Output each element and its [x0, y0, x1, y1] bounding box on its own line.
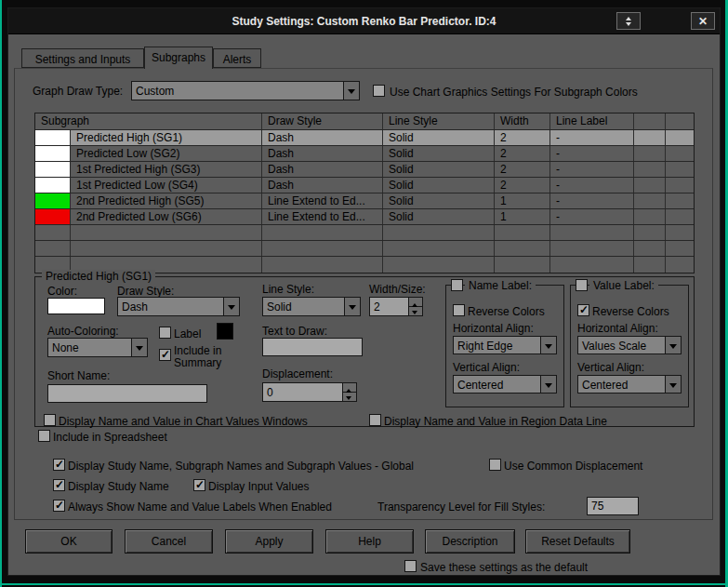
display-global-checkbox[interactable]: [53, 459, 65, 471]
draw-style-cell: Dash: [262, 162, 383, 177]
ok-button[interactable]: OK: [25, 529, 113, 554]
dropdown-arrow-icon[interactable]: [344, 298, 360, 315]
save-default-label[interactable]: Save these settings as the default: [420, 561, 588, 574]
name-label-reverse-colors-label[interactable]: Reverse Colors: [468, 305, 545, 318]
tab-settings-and-inputs[interactable]: Settings and Inputs: [21, 48, 144, 68]
value-label-title[interactable]: Value Label:: [589, 279, 658, 292]
color-swatch[interactable]: [35, 130, 71, 145]
color-swatch[interactable]: [35, 162, 71, 177]
text-to-draw-label: Text to Draw:: [262, 325, 327, 338]
always-show-labels-checkbox[interactable]: [53, 500, 65, 512]
transparency-input[interactable]: [587, 497, 639, 515]
screen: Study Settings: Custom Renko Bar Predict…: [0, 0, 728, 587]
displacement-label: Displacement:: [262, 367, 333, 380]
apply-button[interactable]: Apply: [225, 529, 313, 554]
color-swatch[interactable]: [35, 209, 71, 224]
label-checkbox[interactable]: [159, 327, 171, 339]
value-label-vertical-align-value: Centered: [578, 376, 665, 393]
subgraph-name: Predicted High (SG1): [71, 130, 262, 145]
use-common-displacement-label[interactable]: Use Common Displacement: [504, 460, 642, 473]
display-study-name-label[interactable]: Display Study Name: [68, 480, 169, 493]
name-label-reverse-colors-checkbox[interactable]: [453, 304, 465, 316]
spinner-up-icon[interactable]: [409, 298, 422, 307]
draw-style-select[interactable]: Dash: [117, 297, 240, 316]
include-in-summary-checkbox[interactable]: [159, 349, 171, 361]
table-row-empty[interactable]: [35, 241, 694, 257]
include-in-summary-label[interactable]: Include in Summary: [174, 345, 239, 369]
color-swatch[interactable]: [35, 178, 71, 193]
dropdown-arrow-icon[interactable]: [665, 337, 681, 354]
table-row-empty[interactable]: [35, 225, 694, 241]
value-label-reverse-colors-checkbox[interactable]: [577, 304, 589, 316]
display-in-chart-values-checkbox[interactable]: [44, 414, 56, 426]
line-label-cell: -: [550, 193, 634, 208]
always-show-labels-label[interactable]: Always Show Name and Value Labels When E…: [68, 500, 332, 514]
short-name-input[interactable]: [47, 384, 207, 403]
name-label-vertical-align-select[interactable]: Centered: [453, 375, 557, 394]
table-row-sg1[interactable]: Predicted High (SG1) Dash Solid 2 -: [35, 130, 694, 146]
window-title: Study Settings: Custom Renko Bar Predict…: [8, 15, 720, 28]
tab-alerts[interactable]: Alerts: [213, 48, 261, 68]
display-in-region-data-label[interactable]: Display Name and Value in Region Data Li…: [384, 415, 607, 428]
value-label-vertical-align-select[interactable]: Centered: [577, 375, 682, 394]
cancel-button[interactable]: Cancel: [125, 529, 213, 554]
description-button[interactable]: Description: [425, 529, 515, 554]
line-style-select[interactable]: Solid: [262, 297, 361, 316]
subgraph-color-swatch[interactable]: [47, 298, 105, 314]
tab-subgraphs[interactable]: Subgraphs: [144, 47, 213, 69]
display-in-region-data-checkbox[interactable]: [369, 414, 381, 426]
save-default-checkbox[interactable]: [404, 560, 417, 572]
close-icon: ✕: [698, 15, 708, 28]
value-label-horizontal-align-select[interactable]: Values Scale: [577, 336, 682, 354]
table-row-sg6[interactable]: 2nd Predicted Low (SG6) Line Extend to E…: [35, 209, 694, 225]
spinner-down-icon[interactable]: [409, 307, 422, 315]
width-cell: 1: [495, 209, 550, 224]
subgraph-name: 1st Predicted High (SG3): [71, 162, 262, 177]
line-style-cell: Solid: [383, 193, 495, 208]
column-header-subgraph: Subgraph: [35, 113, 262, 129]
dropdown-arrow-icon[interactable]: [131, 339, 147, 356]
name-label-horizontal-align-select[interactable]: Right Edge: [453, 336, 557, 354]
displacement-value: 0: [263, 383, 342, 401]
graph-draw-type-select[interactable]: Custom: [131, 81, 360, 100]
color-swatch[interactable]: [35, 146, 71, 161]
use-common-displacement-checkbox[interactable]: [489, 459, 501, 471]
auto-coloring-select[interactable]: None: [47, 338, 148, 357]
title-bar[interactable]: Study Settings: Custom Renko Bar Predict…: [8, 8, 720, 34]
table-row-sg5[interactable]: 2nd Predicted High (SG5) Line Extend to …: [35, 193, 694, 209]
dropdown-arrow-icon[interactable]: [223, 298, 239, 315]
value-label-checkbox[interactable]: [576, 279, 588, 291]
display-global-label[interactable]: Display Study Name, Subgraph Names and S…: [68, 460, 414, 473]
close-button[interactable]: ✕: [691, 12, 715, 30]
table-row-sg4[interactable]: 1st Predicted Low (SG4) Dash Solid 2 -: [35, 178, 694, 193]
display-in-chart-values-label[interactable]: Display Name and Value in Chart Values W…: [59, 415, 308, 428]
use-chart-graphics-checkbox[interactable]: [373, 85, 385, 97]
display-input-values-label[interactable]: Display Input Values: [208, 480, 310, 493]
color-swatch[interactable]: [35, 193, 71, 208]
dropdown-arrow-icon[interactable]: [343, 82, 359, 100]
dropdown-arrow-icon[interactable]: [540, 376, 556, 393]
label-color-swatch[interactable]: [217, 323, 233, 340]
display-study-name-checkbox[interactable]: [53, 479, 65, 491]
include-in-spreadsheet-checkbox[interactable]: [38, 430, 50, 442]
label-checkbox-label[interactable]: Label: [174, 327, 201, 340]
width-size-stepper[interactable]: 2: [369, 297, 423, 316]
dropdown-arrow-icon[interactable]: [665, 376, 681, 393]
draw-style-cell: Dash: [262, 130, 383, 145]
name-label-checkbox[interactable]: [451, 279, 463, 291]
font-size-updown-button[interactable]: [616, 12, 641, 30]
display-input-values-checkbox[interactable]: [193, 479, 205, 491]
use-chart-graphics-label[interactable]: Use Chart Graphics Settings For Subgraph…: [390, 86, 638, 99]
displacement-stepper[interactable]: 0: [262, 382, 357, 402]
value-label-reverse-colors-label[interactable]: Reverse Colors: [592, 305, 669, 318]
reset-defaults-button[interactable]: Reset Defaults: [525, 529, 630, 554]
include-in-spreadsheet-label[interactable]: Include in Spreadsheet: [53, 431, 167, 444]
spinner-down-icon[interactable]: [343, 393, 356, 401]
spinner-up-icon[interactable]: [343, 383, 356, 393]
name-label-title[interactable]: Name Label:: [465, 279, 536, 292]
table-row-sg2[interactable]: Predicted Low (SG2) Dash Solid 2 -: [35, 146, 694, 162]
help-button[interactable]: Help: [325, 529, 414, 554]
text-to-draw-input[interactable]: [262, 338, 363, 356]
table-row-sg3[interactable]: 1st Predicted High (SG3) Dash Solid 2 -: [35, 162, 694, 178]
dropdown-arrow-icon[interactable]: [540, 337, 556, 354]
